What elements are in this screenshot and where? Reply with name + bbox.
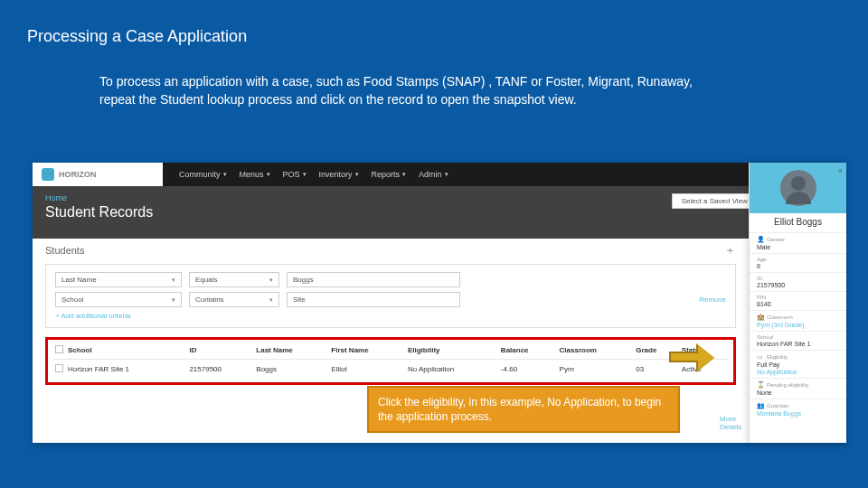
callout-box: Click the eligibility, in this example, … [367,386,680,433]
cell-classroom: Pyrn [558,360,635,380]
chevron-down-icon: ▾ [172,296,175,304]
brand-logo: HORIZON [33,163,163,186]
top-nav: HORIZON Community▾ Menus▾ POS▾ Inventory… [33,163,846,186]
profile-guardian-link[interactable]: Montana Boggs [757,410,839,417]
remove-filter-link[interactable]: Remove [699,296,726,304]
row-checkbox[interactable] [55,364,63,372]
cell-last: Boggs [254,360,329,380]
profile-classroom-link[interactable]: Pyrn (3rd Grade) [757,322,839,328]
cell-id: 21579500 [187,360,254,380]
col-balance[interactable]: Balance [499,342,558,360]
student-snapshot-panel: × Elliot Boggs 👤GenderMale Age8 ID215795… [749,163,846,443]
filter-op-select[interactable]: Equals▾ [189,272,279,287]
brand-icon [42,168,54,181]
col-school[interactable]: School [66,342,187,360]
chevron-down-icon: ▾ [223,171,227,178]
school-icon: 🏫 [757,314,764,321]
slide-title: Processing a Case Application [0,0,868,46]
nav-community[interactable]: Community▾ [179,170,227,179]
cell-school: Horizon FAR Site 1 [66,360,187,380]
nav-admin[interactable]: Admin▾ [419,170,448,179]
chevron-down-icon: ▾ [269,277,273,284]
results-table: School ID Last Name First Name Eligibili… [53,342,728,379]
table-row[interactable]: Horizon FAR Site 1 21579500 Boggs Elliot… [53,360,728,380]
nav-inventory[interactable]: Inventory▾ [319,170,359,179]
cell-eligibility[interactable]: No Application [406,360,499,380]
page-title: Student Records [45,204,153,221]
chevron-down-icon: ▾ [303,171,307,178]
profile-pending: None [757,389,839,396]
avatar-container [750,163,846,213]
select-all-checkbox[interactable] [55,345,63,353]
profile-gender: Male [757,244,839,250]
col-eligibility[interactable]: Eligibility [406,342,499,360]
chevron-down-icon: ▾ [402,171,406,178]
profile-eligibility: Full Pay [757,361,839,368]
col-firstname[interactable]: First Name [329,342,406,360]
col-lastname[interactable]: Last Name [254,342,329,360]
person-icon: 👤 [757,236,764,243]
nav-reports[interactable]: Reports▾ [372,170,407,179]
filter-row-1: Last Name▾ Equals▾ Boggs [55,272,726,287]
students-heading: Students [45,245,84,256]
results-highlight-box: School ID Last Name First Name Eligibili… [45,337,736,385]
profile-id: 21579500 [757,282,839,288]
profile-pin: 8140 [757,301,839,307]
profile-name: Elliot Boggs [750,213,846,232]
nav-menu: Community▾ Menus▾ POS▾ Inventory▾ Report… [163,170,750,179]
avatar [780,170,816,206]
chevron-down-icon: ▾ [355,171,359,178]
table-header-row: School ID Last Name First Name Eligibili… [53,342,728,360]
saved-view-select[interactable]: Select a Saved View [672,193,758,209]
filter-row-2: School▾ Contains▾ Site Remove [55,292,726,307]
filter-value-input[interactable]: Site [287,292,460,307]
profile-application-link[interactable]: No Application [757,369,839,375]
breadcrumb[interactable]: Home [45,193,153,202]
arrow-callout [669,345,716,369]
filter-op-select[interactable]: Contains▾ [189,292,279,307]
brand-text: HORIZON [59,170,97,179]
add-criteria-link[interactable]: + Add additional criteria [55,312,726,320]
cell-first: Elliot [329,360,406,380]
card-icon: ▭ [757,353,764,361]
profile-age: 8 [757,263,839,269]
chevron-down-icon: ▾ [269,296,273,304]
guardian-icon: 👥 [757,402,764,409]
nav-menus[interactable]: Menus▾ [240,170,270,179]
filter-field-select[interactable]: School▾ [55,292,182,307]
page-banner: Home Student Records Select a Saved View… [33,186,846,239]
hourglass-icon: ⌛ [757,381,764,389]
chevron-down-icon: ▾ [267,171,270,178]
slide-instruction: To process an application with a case, s… [0,46,778,123]
col-id[interactable]: ID [187,342,254,360]
filter-panel: Last Name▾ Equals▾ Boggs School▾ Contain… [45,264,736,328]
col-classroom[interactable]: Classroom [558,342,635,360]
nav-pos[interactable]: POS▾ [283,170,307,179]
filter-field-select[interactable]: Last Name▾ [55,272,182,287]
more-details-link[interactable]: More Details [720,415,749,431]
profile-school: Horizon FAR Site 1 [757,341,839,347]
close-icon[interactable]: × [838,166,843,175]
cell-balance: -4.60 [499,360,558,380]
chevron-down-icon: ▾ [445,171,448,178]
add-student-icon[interactable]: ＋ [724,242,736,258]
content-area: Students ＋ Last Name▾ Equals▾ Boggs Scho… [33,239,749,385]
filter-value-input[interactable]: Boggs [287,272,460,287]
chevron-down-icon: ▾ [172,277,175,284]
